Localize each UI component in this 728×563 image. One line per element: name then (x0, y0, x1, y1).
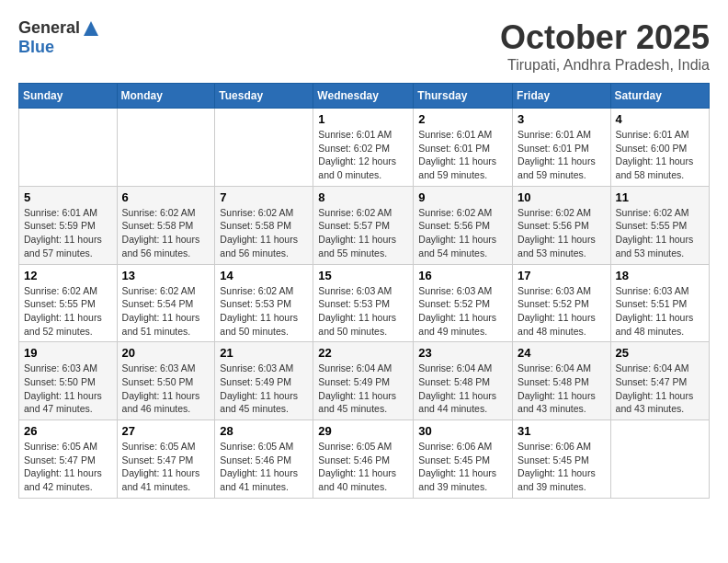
day-info: Sunrise: 6:03 AMSunset: 5:50 PMDaylight:… (24, 362, 112, 416)
weekday-header-friday: Friday (513, 84, 611, 109)
day-info: Sunrise: 6:05 AMSunset: 5:47 PMDaylight:… (24, 440, 112, 494)
calendar-cell: 21Sunrise: 6:03 AMSunset: 5:49 PMDayligh… (215, 342, 313, 420)
day-info: Sunrise: 6:05 AMSunset: 5:46 PMDaylight:… (318, 440, 408, 494)
weekday-header-sunday: Sunday (19, 84, 118, 109)
day-info: Sunrise: 6:03 AMSunset: 5:52 PMDaylight:… (518, 284, 606, 339)
day-number: 1 (318, 112, 408, 126)
day-info: Sunrise: 6:03 AMSunset: 5:52 PMDaylight:… (418, 284, 507, 339)
weekday-header-thursday: Thursday (414, 84, 513, 109)
calendar-cell: 6Sunrise: 6:02 AMSunset: 5:58 PMDaylight… (117, 186, 215, 264)
day-number: 19 (24, 346, 112, 360)
calendar-table: SundayMondayTuesdayWednesdayThursdayFrid… (18, 83, 710, 499)
day-info: Sunrise: 6:02 AMSunset: 5:58 PMDaylight:… (220, 206, 308, 260)
calendar-cell: 2Sunrise: 6:01 AMSunset: 6:01 PMDaylight… (414, 109, 513, 187)
day-number: 16 (418, 269, 507, 282)
day-number: 25 (616, 346, 704, 360)
day-info: Sunrise: 6:02 AMSunset: 5:56 PMDaylight:… (418, 206, 507, 260)
day-info: Sunrise: 6:02 AMSunset: 5:58 PMDaylight:… (122, 206, 210, 260)
day-info: Sunrise: 6:04 AMSunset: 5:47 PMDaylight:… (616, 362, 704, 416)
day-info: Sunrise: 6:02 AMSunset: 5:54 PMDaylight:… (122, 284, 210, 339)
day-info: Sunrise: 6:02 AMSunset: 5:53 PMDaylight:… (220, 284, 308, 339)
day-number: 27 (122, 424, 210, 438)
day-number: 10 (518, 190, 606, 204)
calendar-cell: 15Sunrise: 6:03 AMSunset: 5:53 PMDayligh… (313, 264, 414, 342)
day-number: 5 (24, 190, 112, 204)
title-section: October 2025 Tirupati, Andhra Pradesh, I… (500, 18, 710, 74)
calendar-cell: 8Sunrise: 6:02 AMSunset: 5:57 PMDaylight… (313, 186, 414, 264)
day-info: Sunrise: 6:06 AMSunset: 5:45 PMDaylight:… (518, 440, 606, 494)
day-info: Sunrise: 6:01 AMSunset: 5:59 PMDaylight:… (24, 206, 112, 260)
calendar-cell: 14Sunrise: 6:02 AMSunset: 5:53 PMDayligh… (215, 264, 313, 342)
week-row-1: 1Sunrise: 6:01 AMSunset: 6:02 PMDaylight… (19, 109, 710, 187)
calendar-cell: 30Sunrise: 6:06 AMSunset: 5:45 PMDayligh… (414, 420, 513, 499)
calendar-cell: 10Sunrise: 6:02 AMSunset: 5:56 PMDayligh… (513, 186, 611, 264)
calendar-cell: 25Sunrise: 6:04 AMSunset: 5:47 PMDayligh… (610, 342, 709, 420)
day-info: Sunrise: 6:02 AMSunset: 5:56 PMDaylight:… (518, 206, 606, 260)
day-number: 17 (518, 269, 606, 282)
day-number: 11 (616, 190, 704, 204)
weekday-header-row: SundayMondayTuesdayWednesdayThursdayFrid… (19, 84, 710, 109)
weekday-header-wednesday: Wednesday (313, 84, 414, 109)
day-info: Sunrise: 6:04 AMSunset: 5:48 PMDaylight:… (518, 362, 606, 416)
calendar-cell (117, 109, 215, 187)
day-number: 22 (318, 346, 408, 360)
calendar-cell (215, 109, 313, 187)
week-row-5: 26Sunrise: 6:05 AMSunset: 5:47 PMDayligh… (19, 420, 710, 499)
calendar-cell: 11Sunrise: 6:02 AMSunset: 5:55 PMDayligh… (610, 186, 709, 264)
day-number: 21 (220, 346, 308, 360)
calendar-cell: 31Sunrise: 6:06 AMSunset: 5:45 PMDayligh… (513, 420, 611, 499)
calendar-cell: 22Sunrise: 6:04 AMSunset: 5:49 PMDayligh… (313, 342, 414, 420)
svg-marker-0 (84, 21, 98, 36)
calendar-cell: 7Sunrise: 6:02 AMSunset: 5:58 PMDaylight… (215, 186, 313, 264)
day-info: Sunrise: 6:03 AMSunset: 5:51 PMDaylight:… (616, 284, 704, 339)
day-number: 7 (220, 190, 308, 204)
calendar-cell: 13Sunrise: 6:02 AMSunset: 5:54 PMDayligh… (117, 264, 215, 342)
day-number: 8 (318, 190, 408, 204)
calendar-cell: 20Sunrise: 6:03 AMSunset: 5:50 PMDayligh… (117, 342, 215, 420)
weekday-header-tuesday: Tuesday (215, 84, 313, 109)
day-number: 26 (24, 424, 112, 438)
page-header: General Blue October 2025 Tirupati, Andh… (18, 18, 710, 74)
day-info: Sunrise: 6:05 AMSunset: 5:46 PMDaylight:… (220, 440, 308, 494)
day-number: 29 (318, 424, 408, 438)
calendar-cell: 16Sunrise: 6:03 AMSunset: 5:52 PMDayligh… (414, 264, 513, 342)
day-info: Sunrise: 6:02 AMSunset: 5:57 PMDaylight:… (318, 206, 408, 260)
calendar-cell: 12Sunrise: 6:02 AMSunset: 5:55 PMDayligh… (19, 264, 118, 342)
logo-blue-text: Blue (18, 38, 54, 57)
calendar-cell: 29Sunrise: 6:05 AMSunset: 5:46 PMDayligh… (313, 420, 414, 499)
calendar-cell: 18Sunrise: 6:03 AMSunset: 5:51 PMDayligh… (610, 264, 709, 342)
day-info: Sunrise: 6:04 AMSunset: 5:48 PMDaylight:… (418, 362, 507, 416)
weekday-header-monday: Monday (117, 84, 215, 109)
day-info: Sunrise: 6:01 AMSunset: 6:00 PMDaylight:… (616, 128, 704, 182)
day-number: 31 (518, 424, 606, 438)
calendar-cell: 4Sunrise: 6:01 AMSunset: 6:00 PMDaylight… (610, 109, 709, 187)
day-info: Sunrise: 6:05 AMSunset: 5:47 PMDaylight:… (122, 440, 210, 494)
day-number: 9 (418, 190, 507, 204)
week-row-4: 19Sunrise: 6:03 AMSunset: 5:50 PMDayligh… (19, 342, 710, 420)
day-number: 6 (122, 190, 210, 204)
logo-icon (82, 19, 100, 38)
day-info: Sunrise: 6:01 AMSunset: 6:01 PMDaylight:… (518, 128, 606, 182)
day-info: Sunrise: 6:06 AMSunset: 5:45 PMDaylight:… (418, 440, 507, 494)
logo-general-text: General (18, 18, 80, 38)
day-number: 13 (122, 269, 210, 282)
day-number: 4 (616, 112, 704, 126)
calendar-cell: 28Sunrise: 6:05 AMSunset: 5:46 PMDayligh… (215, 420, 313, 499)
day-info: Sunrise: 6:03 AMSunset: 5:49 PMDaylight:… (220, 362, 308, 416)
calendar-cell: 23Sunrise: 6:04 AMSunset: 5:48 PMDayligh… (414, 342, 513, 420)
day-number: 30 (418, 424, 507, 438)
day-info: Sunrise: 6:01 AMSunset: 6:02 PMDaylight:… (318, 128, 408, 182)
calendar-cell: 19Sunrise: 6:03 AMSunset: 5:50 PMDayligh… (19, 342, 118, 420)
calendar-cell: 27Sunrise: 6:05 AMSunset: 5:47 PMDayligh… (117, 420, 215, 499)
day-number: 18 (616, 269, 704, 282)
calendar-cell: 17Sunrise: 6:03 AMSunset: 5:52 PMDayligh… (513, 264, 611, 342)
week-row-3: 12Sunrise: 6:02 AMSunset: 5:55 PMDayligh… (19, 264, 710, 342)
location-title: Tirupati, Andhra Pradesh, India (500, 57, 710, 74)
week-row-2: 5Sunrise: 6:01 AMSunset: 5:59 PMDaylight… (19, 186, 710, 264)
day-info: Sunrise: 6:03 AMSunset: 5:53 PMDaylight:… (318, 284, 408, 339)
weekday-header-saturday: Saturday (610, 84, 709, 109)
calendar-cell: 5Sunrise: 6:01 AMSunset: 5:59 PMDaylight… (19, 186, 118, 264)
calendar-cell: 26Sunrise: 6:05 AMSunset: 5:47 PMDayligh… (19, 420, 118, 499)
day-number: 24 (518, 346, 606, 360)
day-number: 2 (418, 112, 507, 126)
